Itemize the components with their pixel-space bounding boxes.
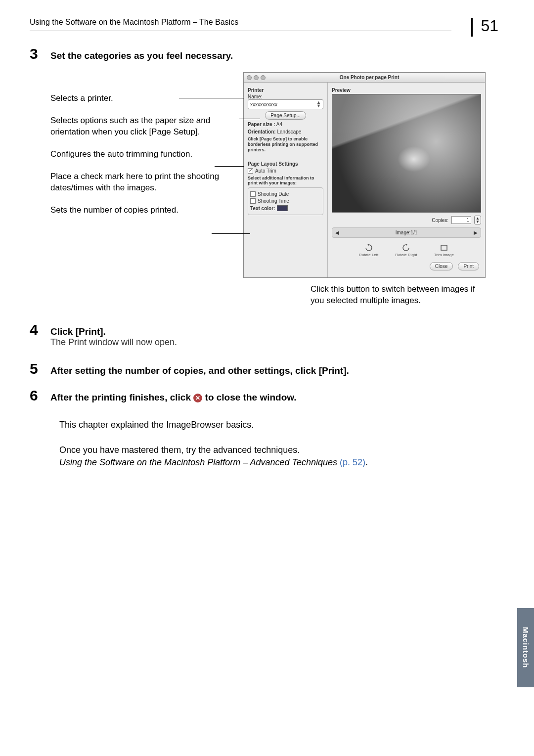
closing-line-2: Once you have mastered them, try the adv… (59, 445, 300, 455)
image-counter: Image:1/1 (396, 230, 417, 235)
page-reference-link[interactable]: (p. 52) (340, 457, 365, 467)
auto-trim-checkbox[interactable]: Auto Trim (248, 168, 323, 174)
running-head: Using the Software on the Macintosh Plat… (30, 18, 451, 31)
zoom-icon[interactable] (261, 75, 266, 80)
page-number: 51 (471, 18, 504, 37)
step-3-number: 3 (30, 45, 50, 62)
shooting-time-checkbox[interactable]: Shooting Time (250, 198, 321, 204)
trim-image-button[interactable]: Trim Image (434, 244, 454, 257)
printer-section-label: Printer (248, 88, 323, 93)
checkbox-icon (250, 191, 256, 197)
chevron-updown-icon: ▲▼ (316, 101, 321, 108)
page-setup-button[interactable]: Page Setup... (265, 111, 306, 120)
callout-image-switch: Click this button to switch between imag… (311, 284, 489, 307)
callout-copies: Sets the number of copies printed. (50, 205, 243, 216)
preview-label: Preview (332, 88, 481, 93)
close-button[interactable]: Close (430, 262, 453, 270)
print-dialog: One Photo per page Print Printer Name: x… (243, 72, 486, 278)
rotate-right-icon (401, 244, 410, 252)
step-4-number: 4 (30, 321, 50, 338)
name-label: Name: (248, 94, 323, 99)
callout-auto-trim: Configures the auto trimming function. (50, 149, 243, 160)
preview-image (332, 94, 481, 213)
closing-line-1: This chapter explained the ImageBrowser … (59, 419, 475, 431)
side-tab-macintosh: Macintosh (517, 608, 534, 687)
paper-size-value: A4 (276, 122, 282, 127)
checkbox-icon (248, 168, 253, 174)
step-5-text: After setting the number of copies, and … (50, 365, 349, 376)
callout-printer: Selects a printer. (50, 93, 243, 104)
close-icon[interactable] (247, 75, 252, 80)
step-5-number: 5 (30, 360, 50, 377)
leader-line (212, 233, 250, 234)
shooting-date-label: Shooting Date (258, 191, 289, 197)
crop-icon (440, 244, 448, 252)
orientation-value: Landscape (277, 129, 301, 134)
copies-label: Copies: (432, 218, 448, 223)
closing-reference: Using the Software on the Macintosh Plat… (59, 457, 337, 467)
step-4-text: Click [Print]. (50, 326, 177, 337)
leader-line (239, 119, 260, 119)
window-controls[interactable] (244, 75, 268, 80)
dialog-title: One Photo per page Print (268, 75, 485, 80)
rotate-left-icon (364, 244, 373, 252)
rotate-left-button[interactable]: Rotate Left (359, 244, 378, 257)
copies-stepper[interactable]: ▲▼ (474, 216, 481, 224)
layout-heading: Page Layout Settings (248, 161, 323, 167)
prev-image-button[interactable]: ◀ (335, 230, 339, 235)
text-color-label: Text color: (250, 206, 275, 211)
callout-shooting-dates: Place a check mark here to print the sho… (50, 171, 243, 194)
copies-input[interactable] (451, 216, 471, 224)
step-4-subtext: The Print window will now open. (50, 337, 177, 348)
orientation-label: Orientation: (248, 129, 276, 134)
shooting-time-label: Shooting Time (258, 198, 289, 204)
leader-line (179, 98, 244, 98)
next-image-button[interactable]: ▶ (474, 230, 478, 235)
checkbox-icon (250, 198, 256, 204)
printer-select[interactable]: xxxxxxxxxxx ▲▼ (248, 99, 323, 109)
step-3-text: Set the categories as you feel necessary… (50, 50, 233, 61)
print-button[interactable]: Print (458, 262, 479, 270)
printer-select-value: xxxxxxxxxxx (250, 102, 277, 107)
svg-rect-0 (441, 245, 447, 250)
paper-size-label: Paper size : (248, 122, 275, 127)
leader-line (215, 166, 244, 167)
window-close-icon: ✕ (193, 394, 202, 402)
step-6-number: 6 (30, 387, 50, 404)
minimize-icon[interactable] (254, 75, 259, 80)
callout-page-setup: Selects options such as the paper size a… (50, 115, 243, 138)
rotate-right-button[interactable]: Rotate Right (395, 244, 417, 257)
text-color-swatch[interactable] (277, 205, 288, 211)
dialog-titlebar: One Photo per page Print (244, 73, 485, 83)
auto-trim-label: Auto Trim (255, 168, 276, 174)
borderless-note: Click [Page Setup] to enable borderless … (248, 136, 323, 152)
shooting-date-checkbox[interactable]: Shooting Date (250, 191, 321, 197)
step-6-text: After the printing finishes, click ✕ to … (50, 392, 297, 403)
additional-info-label: Select additional information to print w… (248, 176, 323, 185)
